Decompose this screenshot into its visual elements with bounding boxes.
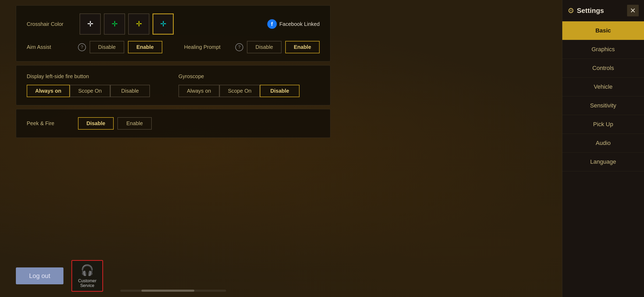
gyro-disable-btn[interactable]: Disable xyxy=(260,85,300,97)
gyro-scope-on-btn[interactable]: Scope On xyxy=(219,85,260,97)
sidebar-item-basic[interactable]: Basic xyxy=(562,21,644,40)
crosshair-options: ✛ ✛ ✛ ✛ xyxy=(80,13,174,35)
peek-fire-panel: Peek & Fire Disable Enable xyxy=(16,109,330,138)
scrollbar-track[interactable] xyxy=(120,290,226,292)
fire-always-on-btn[interactable]: Always on xyxy=(27,85,70,97)
headset-icon: 🎧 xyxy=(81,264,94,276)
sidebar-title-area: ⚙ Settings xyxy=(568,6,604,15)
sidebar-item-vehicle[interactable]: Vehicle xyxy=(562,78,644,96)
sidebar-title: Settings xyxy=(577,7,604,15)
gyroscope-block: Gyroscope Always on Scope On Disable xyxy=(178,73,320,97)
gyroscope-label: Gyroscope xyxy=(178,73,320,79)
healing-prompt-help-icon[interactable]: ? xyxy=(235,43,243,51)
sidebar-item-language[interactable]: Language xyxy=(562,153,644,171)
peek-fire-label: Peek & Fire xyxy=(27,120,74,126)
crosshair-option-green[interactable]: ✛ xyxy=(104,13,125,35)
aim-assist-group: Aim Assist ? Disable Enable xyxy=(27,41,162,53)
fire-disable-btn[interactable]: Disable xyxy=(110,85,150,97)
settings-gear-icon: ⚙ xyxy=(568,6,574,15)
aim-assist-row: Aim Assist ? Disable Enable Healing Prom… xyxy=(27,41,320,53)
healing-prompt-group: Healing Prompt ? Disable Enable xyxy=(184,41,320,53)
sidebar-item-controls[interactable]: Controls xyxy=(562,59,644,78)
fb-linked-area: f Facebook Linked xyxy=(267,19,320,29)
gyro-always-on-btn[interactable]: Always on xyxy=(178,85,219,97)
fire-scope-on-btn[interactable]: Scope On xyxy=(70,85,110,97)
fire-button-block: Display left-side fire button Always on … xyxy=(27,73,168,97)
peek-fire-disable-btn[interactable]: Disable xyxy=(78,117,114,130)
peek-fire-enable-btn[interactable]: Enable xyxy=(117,117,152,130)
close-button[interactable]: ✕ xyxy=(627,5,639,16)
sidebar-item-audio[interactable]: Audio xyxy=(562,134,644,153)
display-fire-label: Display left-side fire button xyxy=(27,73,168,79)
healing-prompt-label: Healing Prompt xyxy=(184,44,232,50)
customer-service-label: Customer Service xyxy=(72,279,102,288)
logout-button[interactable]: Log out xyxy=(16,267,63,284)
aim-assist-label: Aim Assist xyxy=(27,44,74,50)
crosshair-panel: Crosshair Color ✛ ✛ ✛ ✛ f xyxy=(16,5,330,62)
aim-assist-help-icon[interactable]: ? xyxy=(78,43,86,51)
sidebar-item-graphics[interactable]: Graphics xyxy=(562,40,644,59)
healing-prompt-enable-btn[interactable]: Enable xyxy=(285,41,320,53)
aim-assist-enable-btn[interactable]: Enable xyxy=(128,41,162,53)
sidebar-header: ⚙ Settings ✕ xyxy=(562,0,644,21)
sidebar-item-sensitivity[interactable]: Sensitivity xyxy=(562,96,644,115)
crosshair-option-yellow[interactable]: ✛ xyxy=(128,13,149,35)
healing-prompt-disable-btn[interactable]: Disable xyxy=(247,41,282,53)
controls-split-row: Display left-side fire button Always on … xyxy=(27,73,320,97)
bottom-section: Log out 🎧 Customer Service xyxy=(16,260,330,292)
sidebar-item-pickup[interactable]: Pick Up xyxy=(562,115,644,134)
peek-fire-group: Peek & Fire Disable Enable xyxy=(27,117,320,130)
main-content: Crosshair Color ✛ ✛ ✛ ✛ f xyxy=(0,0,346,297)
gyroscope-options: Always on Scope On Disable xyxy=(178,85,320,97)
settings-sidebar: ⚙ Settings ✕ Basic Graphics Controls Veh… xyxy=(562,0,644,297)
facebook-icon: f xyxy=(267,19,277,29)
crosshair-row: Crosshair Color ✛ ✛ ✛ ✛ f xyxy=(27,13,320,35)
aim-assist-disable-btn[interactable]: Disable xyxy=(90,41,124,53)
crosshair-label: Crosshair Color xyxy=(27,21,74,27)
fire-gyro-panel: Display left-side fire button Always on … xyxy=(16,65,330,105)
crosshair-option-cyan[interactable]: ✛ xyxy=(153,13,174,35)
customer-service-button[interactable]: 🎧 Customer Service xyxy=(71,260,103,292)
crosshair-option-white[interactable]: ✛ xyxy=(80,13,101,35)
fire-button-options: Always on Scope On Disable xyxy=(27,85,168,97)
sidebar-nav: Basic Graphics Controls Vehicle Sensitiv… xyxy=(562,21,644,297)
facebook-label: Facebook Linked xyxy=(279,21,320,27)
scrollbar-thumb[interactable] xyxy=(141,290,194,292)
